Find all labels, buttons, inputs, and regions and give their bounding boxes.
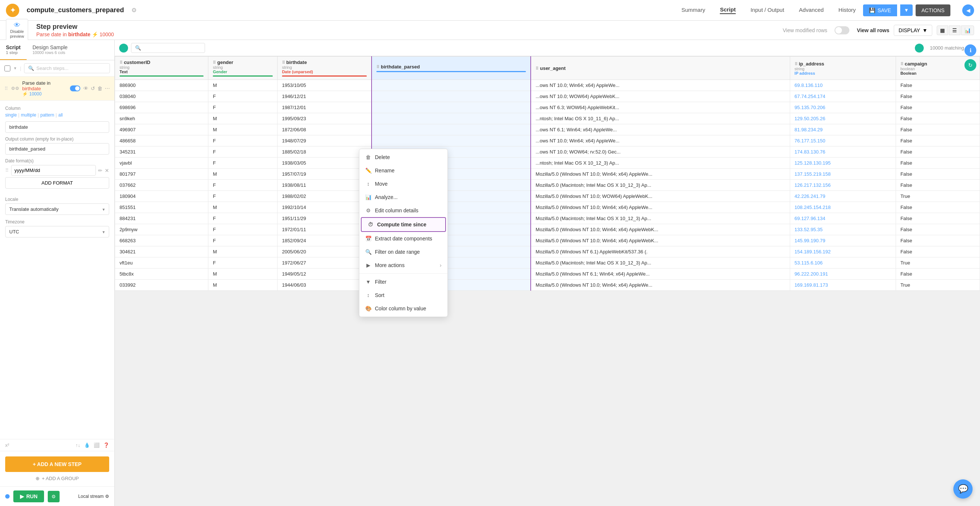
chart-view-button[interactable]: 📊 bbox=[961, 25, 974, 35]
table-cell: False bbox=[896, 235, 980, 246]
menu-item-color-column[interactable]: 🎨 Color column by value bbox=[360, 302, 447, 315]
select-chevron[interactable]: ▼ bbox=[13, 66, 17, 70]
table-cell: F bbox=[208, 180, 278, 191]
output-column-input[interactable] bbox=[5, 143, 109, 155]
list-view-button[interactable]: ☰ bbox=[949, 25, 960, 35]
x2-icon-3[interactable]: ⬜ bbox=[94, 443, 100, 448]
table-cell: M bbox=[208, 113, 278, 124]
step-item[interactable]: ⠿ ⚙⚙ Parse date in birthdate ⚡ 10000 👁 ↺… bbox=[0, 76, 115, 101]
app-logo[interactable]: ✦ bbox=[6, 4, 19, 17]
nav-inputoutput[interactable]: Input / Output bbox=[751, 7, 784, 14]
info-icon[interactable]: ℹ bbox=[964, 44, 976, 56]
menu-item-delete[interactable]: 🗑 Delete bbox=[360, 151, 447, 164]
nav-script[interactable]: Script bbox=[720, 6, 736, 14]
locale-select[interactable]: Translate automatically bbox=[5, 203, 109, 215]
search-steps-field[interactable]: 🔍 Search steps... bbox=[24, 63, 110, 73]
local-stream-label: Local stream ⚙ bbox=[78, 494, 109, 499]
menu-item-rename[interactable]: ✏️ Rename bbox=[360, 164, 447, 177]
add-group-button[interactable]: ⊕ + ADD A GROUP bbox=[5, 476, 109, 481]
table-cell bbox=[372, 135, 531, 146]
col-header-customerID: ⠿ customerID string Text bbox=[115, 57, 208, 80]
teal-dot-right bbox=[915, 44, 924, 52]
col-bar-birthdate bbox=[282, 75, 367, 76]
col-subtype-birthdate: Date (unparsed) bbox=[282, 70, 367, 74]
col-option-single[interactable]: single bbox=[5, 113, 17, 117]
table-row: 2p9mywF1972/01/111972-01-11T00:00:00.000… bbox=[115, 224, 980, 235]
table-cell: Mozilla/5.0 (Windows NT 10.0; WOW64) App… bbox=[531, 191, 790, 202]
run-gear-button[interactable]: ⚙ bbox=[48, 491, 60, 502]
grid-search-input[interactable] bbox=[131, 43, 205, 53]
table-row: 496907M1872/06/08...ows NT 6.1; Win64; x… bbox=[115, 124, 980, 135]
trash-icon[interactable]: 🗑 bbox=[97, 86, 102, 91]
run-label: RUN bbox=[26, 493, 37, 499]
menu-item-move[interactable]: ↕ Move bbox=[360, 177, 447, 190]
refresh-icon[interactable]: ↺ bbox=[91, 86, 95, 91]
date-format-input[interactable] bbox=[11, 165, 96, 176]
more-actions-icon: ▶ bbox=[365, 262, 371, 268]
table-cell: 69.127.96.134 bbox=[790, 213, 896, 224]
add-step-button[interactable]: + ADD A NEW STEP bbox=[5, 457, 109, 472]
menu-item-filter-date[interactable]: 🔍 Filter on date range bbox=[360, 245, 447, 259]
table-cell: False bbox=[896, 180, 980, 191]
more-arrow-icon: › bbox=[440, 262, 442, 268]
tab-script[interactable]: Script 1 step bbox=[0, 40, 27, 60]
refresh-float-icon[interactable]: ↻ bbox=[964, 59, 976, 71]
table-header: ⠿ customerID string Text ⠿ gender string… bbox=[115, 57, 980, 80]
col-icon-birthdate-parsed: ⠿ bbox=[376, 65, 379, 69]
table-cell bbox=[372, 91, 531, 102]
arrow-left-icon[interactable]: ◀ bbox=[962, 5, 974, 16]
table-cell: Mozilla/5.0 (Windows NT 10.0; Win64; x64… bbox=[531, 280, 790, 291]
add-format-button[interactable]: ADD FORMAT bbox=[5, 177, 109, 189]
analyze-icon: 📊 bbox=[365, 194, 371, 200]
run-bar: ▶ RUN ⚙ Local stream ⚙ bbox=[0, 486, 115, 506]
tab-design-sample[interactable]: Design Sample 10000 rows 6 cols bbox=[27, 40, 74, 60]
table-cell bbox=[372, 80, 531, 91]
more-icon[interactable]: ⋯ bbox=[105, 86, 110, 91]
nav-history[interactable]: History bbox=[838, 7, 856, 14]
nav-actions: 💾 SAVE ▼ ACTIONS bbox=[863, 5, 950, 16]
select-all-checkbox[interactable] bbox=[5, 65, 10, 71]
x2-icon-4[interactable]: ❓ bbox=[103, 443, 109, 448]
display-button[interactable]: DISPLAY ▼ bbox=[894, 25, 932, 36]
menu-item-more-actions[interactable]: ▶ More actions › bbox=[360, 259, 447, 272]
nav-advanced[interactable]: Advanced bbox=[799, 7, 824, 14]
actions-button[interactable]: ACTIONS bbox=[916, 5, 950, 16]
col-option-multiple[interactable]: multiple bbox=[21, 113, 36, 117]
table-cell: M bbox=[208, 169, 278, 180]
table-cell: False bbox=[896, 80, 980, 91]
column-input[interactable] bbox=[5, 121, 109, 133]
chat-bubble[interactable]: 💬 bbox=[953, 479, 973, 499]
top-navigation: ✦ compute_customers_prepared ⚙ Summary S… bbox=[0, 0, 980, 21]
delete-format-icon[interactable]: ✕ bbox=[105, 168, 109, 173]
x2-icon-2[interactable]: 💧 bbox=[84, 443, 90, 448]
col-option-all[interactable]: all bbox=[58, 113, 62, 117]
table-cell: ...ows NT 10.0; WOW64) AppleWebK... bbox=[531, 91, 790, 102]
menu-item-edit-column[interactable]: ⚙ Edit column details bbox=[360, 204, 447, 217]
right-panel: 10000 matching rows ⠿ customerID string … bbox=[115, 40, 980, 506]
col-name-ip-address: ip_address bbox=[799, 61, 824, 67]
save-button[interactable]: 💾 SAVE bbox=[863, 5, 897, 16]
nav-summary[interactable]: Summary bbox=[681, 7, 705, 14]
step-toggle[interactable] bbox=[70, 86, 80, 91]
save-dropdown-button[interactable]: ▼ bbox=[900, 5, 913, 16]
menu-item-filter[interactable]: ▼ Filter bbox=[360, 275, 447, 289]
table-cell: Mozilla/5.0 (Windows NT 6.1) AppleWebKit… bbox=[531, 246, 790, 257]
run-button[interactable]: ▶ RUN bbox=[13, 490, 44, 502]
disable-preview-button[interactable]: 👁 Disable preview bbox=[6, 19, 28, 42]
table-cell: 1938/08/11 bbox=[277, 180, 372, 191]
save-icon: 💾 bbox=[869, 7, 875, 13]
eye-icon[interactable]: 👁 bbox=[83, 86, 89, 91]
menu-item-compute-time[interactable]: ⏱ Compute time since bbox=[361, 217, 446, 232]
grid-view-button[interactable]: ▦ bbox=[937, 25, 948, 35]
tab-design-sublabel: 10000 rows 6 cols bbox=[33, 50, 68, 55]
edit-format-icon[interactable]: ✏ bbox=[98, 168, 102, 173]
col-option-pattern[interactable]: pattern bbox=[40, 113, 54, 117]
menu-item-analyze[interactable]: 📊 Analyze... bbox=[360, 190, 447, 204]
local-stream-icon[interactable]: ⚙ bbox=[105, 494, 109, 499]
x2-icon-1[interactable]: ↑↓ bbox=[75, 443, 80, 448]
view-toggle[interactable] bbox=[835, 26, 850, 34]
menu-item-extract-date[interactable]: 📅 Extract date components bbox=[360, 232, 447, 245]
timezone-select[interactable]: UTC bbox=[5, 226, 109, 238]
data-table-container[interactable]: ⠿ customerID string Text ⠿ gender string… bbox=[115, 56, 980, 506]
menu-item-sort[interactable]: ↕ Sort bbox=[360, 289, 447, 302]
